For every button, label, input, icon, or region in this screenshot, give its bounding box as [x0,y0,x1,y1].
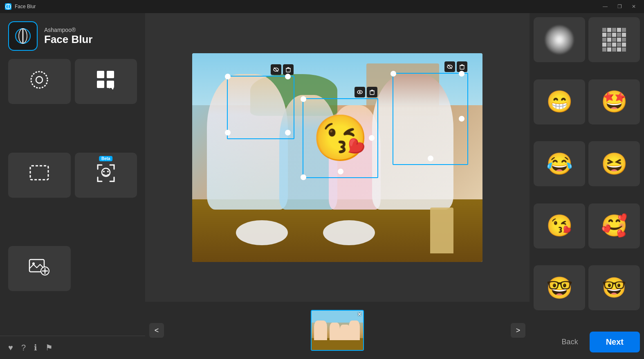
resize-handle-3-bm[interactable] [428,156,433,161]
logo-icon [8,21,38,51]
svg-rect-8 [107,71,114,78]
filmstrip-items: ✕ [168,310,507,351]
face-delete-2[interactable] [367,87,377,97]
face-controls-3 [444,61,467,72]
resize-handle-3-mr[interactable] [459,116,464,122]
tool-grid: Beta [0,59,145,336]
flag-icon[interactable]: ⚑ [45,343,53,352]
emoji-laughing-option[interactable]: 😂 [534,141,585,186]
maximize-button[interactable]: ❐ [614,3,625,10]
center-content: 😘 [145,13,530,359]
face-box-2: 😘 [303,98,378,178]
resize-handle-br[interactable] [285,130,291,135]
window-title: Face Blur [15,4,36,9]
add-image-button[interactable] [8,246,71,291]
blur-visual [545,25,574,54]
back-button[interactable]: Back [555,334,585,350]
face-controls-2 [355,87,377,97]
resize-handle-2-tl[interactable] [301,96,306,102]
add-image-icon [28,255,51,282]
blur-icon [28,68,51,95]
face-hide-3[interactable] [444,61,455,72]
minimize-button[interactable]: — [599,3,611,10]
face-controls-1 [271,64,294,75]
rectangle-icon [28,162,51,188]
filmstrip-close-1[interactable]: ✕ [357,312,361,317]
emoji-kiss: 😘 [546,213,573,238]
filmstrip: < ✕ > [145,302,530,359]
window-controls: — ❐ ✕ [599,3,639,10]
face-box-1 [227,76,294,139]
main-photo: 😘 [192,53,482,262]
pixelate-effect-option[interactable] [588,17,640,62]
resize-handle-bl[interactable] [225,130,231,135]
resize-handle-3-tr[interactable] [459,71,464,77]
bottom-bar: ♥ ? ℹ ⚑ [0,336,145,359]
emoji-stareyes-option[interactable]: 🤩 [588,79,640,124]
svg-rect-12 [30,166,48,180]
resize-handle-3-tl[interactable] [390,71,396,77]
info-icon[interactable]: ℹ [34,343,37,352]
svg-rect-37 [460,65,464,69]
image-area: 😘 [145,13,530,302]
beta-badge: Beta [99,156,113,161]
resize-handle-2-bm[interactable] [338,169,343,174]
resize-handle-tr[interactable] [285,74,291,79]
emoji-squint-option[interactable]: 😆 [588,141,640,186]
sidebar: Ashampoo® Face Blur [0,13,145,359]
pixelate-visual [602,28,626,52]
svg-rect-30 [370,91,374,95]
emoji-nerd1: 🤓 [546,275,573,300]
face-detect-icon [94,162,117,188]
emoji-hearts-option[interactable]: 🥰 [588,203,640,248]
emoji-biggrin: 😁 [546,89,573,114]
face-box-3 [393,73,468,165]
svg-point-14 [103,171,105,172]
resize-handle-2-mr[interactable] [369,135,375,141]
next-button[interactable]: Next [590,332,640,352]
filmstrip-prev[interactable]: < [149,323,164,338]
svg-point-15 [107,171,109,172]
filmstrip-next[interactable]: > [511,323,525,338]
emoji-grid: 😁 🤩 😂 😆 😘 🥰 🤓 [534,17,640,324]
app-icon [5,3,11,10]
emoji-stareyes: 🤩 [601,89,628,114]
blur-effect-option[interactable] [534,17,585,62]
emoji-hearts: 🥰 [601,213,628,238]
emoji-nerd1-option[interactable]: 🤓 [534,265,585,310]
grid-cursor-icon [94,68,117,95]
select-tool-button[interactable] [75,59,137,104]
product-name: Face Blur [44,33,93,46]
logo-text: Ashampoo® Face Blur [44,27,93,46]
resize-handle-tl[interactable] [225,74,231,79]
emoji-nerd2-option[interactable]: 🤓 [588,265,640,310]
thumb-bg [312,311,363,350]
face-detect-button[interactable]: Beta [75,153,137,198]
filmstrip-thumb-1[interactable]: ✕ [311,310,364,351]
brand-name: Ashampoo® [44,27,93,33]
blur-tool-button[interactable] [8,59,71,104]
titlebar: Face Blur — ❐ ✕ [0,0,644,13]
emoji-applied: 😘 [303,99,377,177]
emoji-squint: 😆 [601,151,628,176]
heart-icon[interactable]: ♥ [8,343,13,352]
svg-point-5 [31,72,47,88]
emoji-nerd2: 🤓 [602,276,626,299]
help-icon[interactable]: ? [21,343,26,352]
svg-rect-7 [97,71,104,78]
close-button[interactable]: ✕ [628,3,639,10]
emoji-laughing: 😂 [546,151,573,176]
right-panel: 😁 🤩 😂 😆 😘 🥰 🤓 [530,13,644,359]
svg-rect-9 [97,81,104,88]
face-hide-2[interactable] [355,87,365,97]
emoji-kiss-option[interactable]: 😘 [534,203,585,248]
emoji-biggrin-option[interactable]: 😁 [534,79,585,124]
resize-handle-2-bl[interactable] [301,174,306,180]
svg-rect-23 [286,68,290,72]
logo-area: Ashampoo® Face Blur [0,13,145,59]
face-hide-1[interactable] [271,64,281,75]
svg-point-17 [32,262,35,265]
action-buttons: Back Next [534,327,640,355]
svg-point-6 [36,77,43,83]
rectangle-tool-button[interactable] [8,153,71,198]
